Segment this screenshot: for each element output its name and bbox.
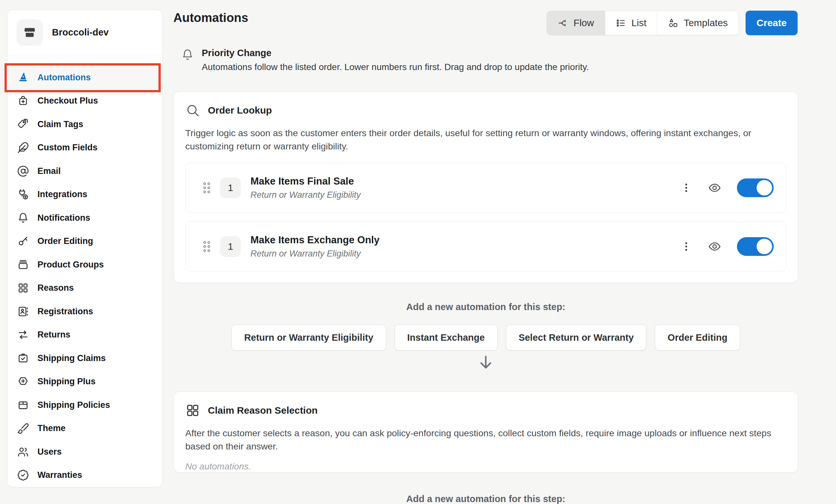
sidebar-item-label: Reasons: [37, 283, 74, 293]
sidebar-item-reasons[interactable]: Reasons: [7, 276, 163, 300]
automation-list: 1 Make Items Final Sale Return or Warran…: [185, 162, 786, 271]
sidebar-item-shipping-plus[interactable]: Shipping Plus: [7, 370, 163, 394]
automation-type: Return or Warranty Eligibility: [250, 190, 361, 200]
sidebar-item-label: Integrations: [37, 189, 88, 199]
add-return-warranty-eligibility-button[interactable]: Return or Warranty Eligibility: [231, 325, 386, 350]
main-content: Automations Flow List Templates Create P…: [173, 0, 798, 504]
view-toggle-label: Templates: [684, 17, 728, 28]
enabled-toggle[interactable]: [737, 178, 774, 197]
add-automation-buttons: Return or Warranty Eligibility Instant E…: [173, 325, 798, 350]
kebab-menu-icon[interactable]: [680, 240, 692, 253]
priority-badge: 1: [220, 236, 241, 257]
automation-title: Make Items Final Sale: [250, 176, 361, 187]
card-header: Order Lookup: [185, 103, 786, 118]
down-arrow-icon: [173, 354, 798, 372]
banner-title: Priority Change: [202, 48, 589, 58]
bag-plus-icon: [17, 95, 29, 107]
page-title: Automations: [173, 11, 248, 25]
search-icon: [185, 103, 200, 118]
eye-icon[interactable]: [708, 240, 721, 253]
store-name: Broccoli-dev: [52, 27, 109, 38]
feather-icon: [17, 142, 29, 154]
bell-icon: [17, 212, 29, 224]
flow-icon: [558, 18, 568, 28]
app-root: Broccoli-dev Automations Checkout Plus C…: [0, 0, 836, 504]
sidebar-item-custom-fields[interactable]: Custom Fields: [7, 136, 163, 160]
sidebar-header: Broccoli-dev: [7, 10, 163, 55]
toggle-knob: [757, 239, 772, 254]
grid-icon: [17, 282, 29, 294]
list-icon: [615, 18, 626, 28]
step-card-claim-reason-selection: Claim Reason Selection After the custome…: [173, 391, 798, 473]
empty-automations-text: No automations.: [185, 461, 786, 472]
box-icon: [17, 399, 29, 411]
sidebar-item-integrations[interactable]: Integrations: [7, 183, 163, 207]
sidebar-item-checkout-plus[interactable]: Checkout Plus: [7, 90, 163, 113]
sidebar-item-label: Notifications: [37, 213, 90, 223]
sidebar-item-claim-tags[interactable]: Claim Tags: [7, 113, 163, 136]
step-card-order-lookup: Order Lookup Trigger logic as soon as th…: [173, 91, 798, 283]
automation-row: 1 Make Items Final Sale Return or Warran…: [185, 162, 786, 213]
sidebar-item-registrations[interactable]: Registrations: [7, 300, 163, 323]
add-select-return-warranty-button[interactable]: Select Return or Warranty: [506, 325, 647, 350]
sidebar-item-notifications[interactable]: Notifications: [7, 206, 163, 230]
box-check-icon: [17, 352, 29, 364]
sidebar-item-label: Theme: [37, 423, 65, 433]
sidebar-item-order-editing[interactable]: Order Editing: [7, 230, 163, 253]
priority-banner: Priority Change Automations follow the l…: [181, 48, 730, 72]
sidebar-item-warranties[interactable]: Warranties: [7, 464, 163, 487]
plug-plus-icon: [17, 189, 29, 200]
automation-row: 1 Make Items Exchange Only Return or War…: [185, 221, 786, 271]
sidebar-item-returns[interactable]: Returns: [7, 323, 163, 347]
sidebar-item-users[interactable]: Users: [7, 440, 163, 464]
at-sign-icon: [17, 165, 29, 177]
view-toggle-templates[interactable]: Templates: [657, 11, 739, 35]
view-toggle: Flow List Templates: [547, 11, 739, 35]
sidebar-item-shipping-policies[interactable]: Shipping Policies: [7, 393, 163, 417]
sidebar-item-theme[interactable]: Theme: [7, 417, 163, 441]
bell-icon: [181, 49, 194, 63]
add-instant-exchange-button[interactable]: Instant Exchange: [395, 325, 497, 350]
sidebar-item-label: Product Groups: [37, 260, 104, 270]
kebab-menu-icon[interactable]: [680, 182, 692, 194]
priority-badge: 1: [220, 177, 241, 198]
drag-handle-icon[interactable]: [202, 181, 211, 194]
card-description: After the customer selects a reason, you…: [185, 427, 782, 453]
wizard-hat-icon: [17, 72, 29, 83]
sidebar-item-label: Checkout Plus: [37, 96, 98, 106]
sidebar-item-shipping-claims[interactable]: Shipping Claims: [7, 347, 163, 370]
add-automation-label: Add a new automation for this step:: [173, 494, 798, 504]
row-actions: [680, 178, 774, 197]
card-description: Trigger logic as soon as the customer en…: [185, 127, 782, 153]
id-card-icon: [17, 306, 29, 317]
sidebar-item-label: Shipping Claims: [37, 353, 106, 363]
seal-check-icon: [17, 469, 29, 481]
banner-description: Automations follow the listed order. Low…: [202, 62, 589, 72]
sidebar-item-email[interactable]: Email: [7, 159, 163, 183]
sidebar-item-label: Email: [37, 166, 61, 176]
sidebar-item-product-groups[interactable]: Product Groups: [7, 253, 163, 276]
sidebar: Broccoli-dev Automations Checkout Plus C…: [7, 10, 163, 487]
users-icon: [17, 446, 29, 458]
add-order-editing-button[interactable]: Order Editing: [655, 325, 740, 350]
enabled-toggle[interactable]: [737, 237, 774, 256]
eye-icon[interactable]: [708, 181, 721, 195]
grid-icon: [185, 403, 200, 418]
sidebar-item-label: Shipping Policies: [37, 400, 110, 410]
sidebar-item-label: Order Editing: [37, 236, 93, 246]
hexagon-plus-icon: [17, 375, 29, 388]
automation-title: Make Items Exchange Only: [250, 234, 380, 246]
sidebar-item-label: Shipping Plus: [37, 376, 96, 387]
view-toggle-list[interactable]: List: [605, 11, 657, 35]
shapes-icon: [668, 18, 679, 28]
row-actions: [680, 237, 774, 256]
drag-handle-icon[interactable]: [202, 240, 211, 253]
view-toggle-flow[interactable]: Flow: [547, 11, 605, 35]
sidebar-item-label: Returns: [37, 330, 70, 340]
create-button[interactable]: Create: [746, 11, 798, 35]
card-title: Order Lookup: [208, 105, 272, 116]
sidebar-item-label: Warranties: [37, 470, 82, 480]
store-logo: [17, 19, 43, 46]
sidebar-item-label: Automations: [37, 73, 91, 83]
sidebar-item-automations[interactable]: Automations: [7, 66, 163, 90]
